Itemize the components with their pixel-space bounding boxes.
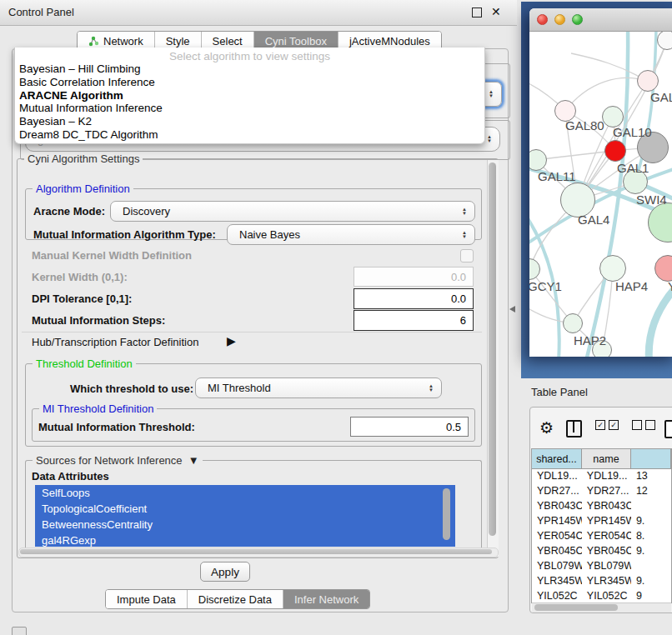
table-cell: YIL052C: [582, 588, 631, 603]
data-attribute-selfloops[interactable]: SelfLoops: [35, 485, 455, 501]
table-row[interactable]: YBR045CYBR045C9.: [532, 543, 671, 558]
table-cell: YPR145W: [532, 513, 582, 528]
checkbox-checked-icon: ✓: [609, 420, 619, 430]
zoom-traffic-light-icon[interactable]: [572, 14, 583, 25]
table-panel-title: Table Panel: [531, 386, 588, 398]
node-label-hap4: HAP4: [615, 279, 648, 293]
which-threshold-combo[interactable]: MI Threshold ▲▼: [195, 378, 442, 398]
node-label-swi4: SWI4: [636, 192, 667, 207]
table-row[interactable]: YPR145WYPR145W9.: [532, 513, 671, 528]
float-window-icon[interactable]: [472, 8, 482, 18]
aracne-mode-value: Discovery: [123, 205, 170, 218]
network-node[interactable]: [604, 140, 626, 162]
document-icon[interactable]: [664, 420, 672, 438]
table-cell: YBR045C: [582, 543, 631, 558]
network-icon: [88, 36, 99, 47]
algorithm-popup-list: Bayesian – Hill ClimbingBasic Correlatio…: [18, 62, 482, 142]
table-cell: YBL079W: [532, 558, 582, 573]
table-row[interactable]: YLR345WYLR345W9.: [532, 573, 671, 588]
table-cell: 9: [631, 588, 671, 603]
table-row[interactable]: YIL052CYIL052C9: [532, 588, 671, 603]
table-cell: 9.: [631, 513, 671, 528]
tab-infer-network[interactable]: Infer Network: [283, 590, 369, 608]
close-traffic-light-icon[interactable]: [537, 14, 548, 25]
column-header-2[interactable]: [631, 449, 671, 468]
dpi-tolerance-field[interactable]: 0.0: [354, 288, 474, 309]
dpi-tolerance-value: 0.0: [451, 292, 466, 305]
table-row[interactable]: YER054CYER054C8.: [532, 528, 671, 543]
table-cell: YIL052C: [532, 588, 582, 603]
table-cell: YDL19...: [532, 468, 582, 483]
mi-steps-label: Mutual Information Steps:: [32, 314, 165, 327]
tab-infer-network-label: Infer Network: [294, 593, 359, 606]
dpi-tolerance-label: DPI Tolerance [0,1]:: [32, 292, 132, 305]
network-node[interactable]: [637, 70, 659, 92]
table-cell: 12: [631, 483, 671, 498]
sources-group-title: Sources for Network Inference ▼: [33, 454, 203, 467]
table-cell: 9.: [631, 543, 671, 558]
node-label-hap2: HAP2: [574, 333, 606, 348]
algorithm-popup-hint: Select algorithm to view settings: [15, 50, 484, 62]
corner-grip-icon: [12, 627, 27, 635]
table-cell: YDR27...: [532, 483, 582, 498]
columns-icon[interactable]: [566, 420, 582, 438]
network-canvas[interactable]: GALGAL80GAL10GAL11GAL1SWI4GAL4GCY1HAP4YH…: [529, 32, 672, 357]
network-node[interactable]: [563, 313, 583, 333]
gear-icon[interactable]: ⚙: [539, 420, 554, 436]
unchecked-boxes-icon[interactable]: [632, 420, 655, 430]
table-row[interactable]: YBL079WYBL079W: [532, 558, 671, 573]
network-node[interactable]: [599, 255, 626, 282]
algorithm-option-bayesian-hill-climbing[interactable]: Bayesian – Hill Climbing: [18, 62, 482, 76]
algorithm-option-aracne-algorithm[interactable]: ARACNE Algorithm: [18, 89, 482, 102]
column-header-shared-[interactable]: shared...: [532, 449, 582, 468]
data-attribute-topologicalcoefficient[interactable]: TopologicalCoefficient: [35, 501, 455, 517]
data-attribute-gal4rgexp[interactable]: gal4RGexp: [35, 532, 455, 547]
divider: [22, 332, 482, 332]
mi-algorithm-type-combo[interactable]: Naive Bayes ▲▼: [227, 224, 475, 245]
table-row[interactable]: YDL19...YDL19...13: [532, 468, 671, 483]
mi-threshold-label: Mutual Information Threshold:: [38, 421, 195, 433]
tab-cyni-toolbox-label: Cyni Toolbox: [265, 35, 327, 48]
column-header-name[interactable]: name: [582, 449, 631, 468]
algorithm-option-mutual-information-inference[interactable]: Mutual Information Inference: [18, 102, 482, 115]
node-label-gal11: GAL11: [538, 169, 576, 183]
table-row[interactable]: YBR043CYBR043C: [532, 498, 671, 513]
node-attribute-table[interactable]: shared...name YDL19...YDL19...13YDR27...…: [531, 448, 672, 603]
node-label-gal10: GAL10: [613, 125, 652, 139]
hub-definition-label[interactable]: Hub/Transcription Factor Definition: [32, 336, 198, 348]
minimize-traffic-light-icon[interactable]: [554, 14, 565, 25]
collapse-arrow-icon[interactable]: ▼: [185, 454, 198, 467]
table-cell: YDR27...: [582, 483, 631, 498]
algorithm-option-dream8-dc-tdc-algorithm[interactable]: Dream8 DC_TDC Algorithm: [18, 128, 482, 142]
algorithm-option-basic-correlation-inference[interactable]: Basic Correlation Inference: [18, 76, 482, 89]
data-attribute-betweennesscentrality[interactable]: BetweennessCentrality: [35, 517, 455, 532]
combo-arrows-icon: ▲▼: [462, 231, 467, 239]
apply-button[interactable]: Apply: [200, 562, 250, 582]
checkbox-empty-icon: [632, 420, 642, 430]
cyni-algorithm-settings-title: Cyni Algorithm Settings: [24, 152, 143, 165]
kernel-width-field[interactable]: 0.0: [354, 267, 474, 287]
table-cell: YPR145W: [582, 513, 631, 528]
mi-threshold-field[interactable]: 0.5: [350, 417, 469, 437]
table-hscroll-thumb[interactable]: [534, 604, 618, 611]
aracne-mode-combo[interactable]: Discovery ▲▼: [110, 201, 475, 222]
tab-impute-data[interactable]: Impute Data: [106, 590, 188, 608]
settings-hscroll-thumb[interactable]: [20, 549, 492, 554]
manual-kernel-width-checkbox[interactable]: [460, 249, 474, 262]
close-icon[interactable]: ✕: [491, 5, 501, 18]
node-label-gal: GAL: [650, 90, 672, 104]
kernel-width-value: 0.0: [451, 271, 466, 283]
network-window-titlebar[interactable]: [529, 8, 672, 32]
mi-steps-field[interactable]: 6: [354, 310, 474, 331]
checked-boxes-icon[interactable]: ✓ ✓: [595, 420, 619, 430]
sources-title-text: Sources for Network Inference: [36, 454, 183, 467]
attr-list-vscroll-thumb[interactable]: [443, 488, 450, 540]
node-label-gal80: GAL80: [565, 118, 604, 132]
control-panel-titlebar[interactable]: Control Panel ✕: [0, 0, 517, 26]
tab-discretize-data[interactable]: Discretize Data: [188, 590, 283, 608]
table-row[interactable]: YDR27...YDR27...12: [532, 483, 671, 498]
settings-vscroll-thumb[interactable]: [489, 162, 496, 536]
algorithm-option-bayesian-k2[interactable]: Bayesian – K2: [18, 115, 482, 128]
data-attributes-list[interactable]: SelfLoopsTopologicalCoefficientBetweenne…: [35, 485, 455, 547]
expand-arrow-icon[interactable]: ▶: [227, 334, 236, 348]
